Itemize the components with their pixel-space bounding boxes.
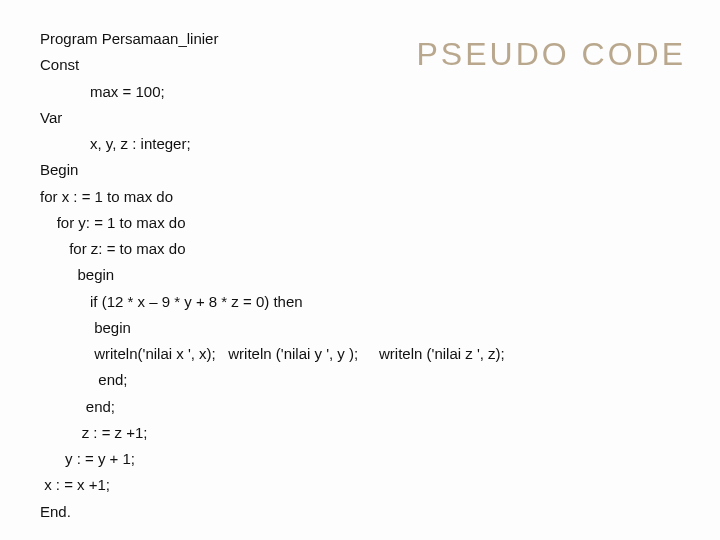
- slide: PSEUDO CODE Program Persamaan_linier Con…: [0, 0, 720, 540]
- code-line: end;: [40, 398, 115, 415]
- code-line: end;: [40, 371, 128, 388]
- code-line: Const: [40, 56, 79, 73]
- code-line: for z: = to max do: [40, 240, 185, 257]
- code-line: begin: [40, 266, 114, 283]
- code-line: x, y, z : integer;: [40, 135, 191, 152]
- code-line: Var: [40, 109, 62, 126]
- code-line: for x : = 1 to max do: [40, 188, 173, 205]
- code-line: for y: = 1 to max do: [40, 214, 185, 231]
- code-line: begin: [40, 319, 131, 336]
- code-line: if (12 * x – 9 * y + 8 * z = 0) then: [40, 293, 303, 310]
- code-line: max = 100;: [40, 83, 165, 100]
- code-line: Program Persamaan_linier: [40, 30, 218, 47]
- code-line: y : = y + 1;: [40, 450, 135, 467]
- code-line: writeln('nilai x ', x); writeln ('nilai …: [40, 345, 505, 362]
- pseudo-code-block: Program Persamaan_linier Const max = 100…: [40, 26, 505, 525]
- code-line: x : = x +1;: [40, 476, 110, 493]
- code-line: Begin: [40, 161, 78, 178]
- code-line: End.: [40, 503, 71, 520]
- code-line: z : = z +1;: [40, 424, 148, 441]
